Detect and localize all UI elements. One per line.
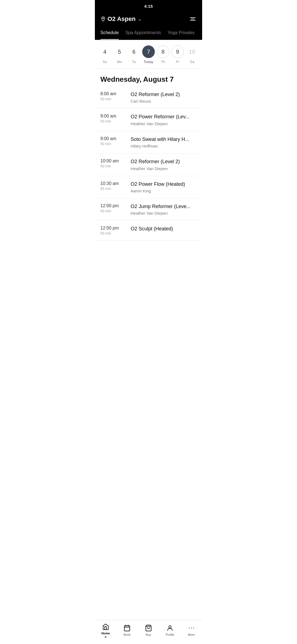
calendar-day-4[interactable]: 4 Su <box>98 45 111 64</box>
class-name-1: O2 Power Reformer (Lev... <box>131 114 197 120</box>
class-info-3: O2 Reformer (Level 2) Heather Van Diepen <box>131 159 197 171</box>
day-label-sa: Sa <box>190 60 194 64</box>
day-number-4: 4 <box>98 45 111 58</box>
date-heading: Wednesday, August 7 <box>95 69 202 86</box>
class-item-2[interactable]: 9:00 am 50 min Soto Sweat with Hilary H.… <box>95 131 202 154</box>
filter-line-1 <box>190 17 196 18</box>
time-block-1: 9:00 am 50 min <box>100 114 131 123</box>
time-block-5: 12:00 pm 50 min <box>100 203 131 213</box>
class-time-2: 9:00 am <box>100 136 131 141</box>
class-info-4: O2 Power Flow (Heated) Aaron King <box>131 181 197 193</box>
class-duration-6: 50 min <box>100 231 131 235</box>
day-number-6: 6 <box>128 45 140 58</box>
day-number-8: 8 <box>157 45 169 58</box>
day-label-su: Su <box>103 60 107 64</box>
class-item-1[interactable]: 9:00 am 50 min O2 Power Reformer (Lev...… <box>95 109 202 131</box>
class-name-2: Soto Sweat with Hilary H... <box>131 136 197 143</box>
class-duration-3: 50 min <box>100 164 131 168</box>
class-duration-2: 50 min <box>100 142 131 146</box>
class-duration-0: 50 min <box>100 97 131 101</box>
calendar-day-5[interactable]: 5 Mo <box>113 45 126 64</box>
class-name-3: O2 Reformer (Level 2) <box>131 159 197 165</box>
class-duration-5: 50 min <box>100 209 131 213</box>
class-item-5[interactable]: 12:00 pm 50 min O2 Jump Reformer (Leve..… <box>95 198 202 221</box>
time-block-4: 10:30 am 65 min <box>100 181 131 191</box>
class-instructor-4: Aaron King <box>131 189 197 193</box>
time-block-0: 8:00 am 50 min <box>100 91 131 101</box>
class-instructor-1: Heather Van Diepen <box>131 121 197 126</box>
schedule-list: 8:00 am 50 min O2 Reformer (Level 2) Car… <box>95 86 202 268</box>
filter-line-2 <box>191 19 195 19</box>
day-number-7: 7 <box>142 45 155 58</box>
class-time-1: 9:00 am <box>100 114 131 119</box>
day-number-5: 5 <box>113 45 126 58</box>
class-time-4: 10:30 am <box>100 181 131 186</box>
status-bar: 4:15 <box>95 0 202 12</box>
class-item-4[interactable]: 10:30 am 65 min O2 Power Flow (Heated) A… <box>95 176 202 198</box>
class-duration-1: 50 min <box>100 119 131 123</box>
time-block-6: 12:00 pm 50 min <box>100 226 131 235</box>
class-info-2: Soto Sweat with Hilary H... Hilary Hoffm… <box>131 136 197 148</box>
tab-schedule[interactable]: Schedule <box>100 26 119 40</box>
day-label-th: Th <box>161 60 165 64</box>
calendar-day-7[interactable]: 7 Today <box>142 45 155 64</box>
class-info-1: O2 Power Reformer (Lev... Heather Van Di… <box>131 114 197 126</box>
day-label-fr: Fr <box>176 60 179 64</box>
class-info-6: O2 Sculpt (Heated) <box>131 226 197 233</box>
calendar-day-9[interactable]: 9 Fr <box>171 45 184 64</box>
status-time: 4:15 <box>144 4 153 9</box>
svg-point-0 <box>103 18 104 19</box>
class-instructor-0: Cari Reuss <box>131 99 197 103</box>
class-time-5: 12:00 pm <box>100 203 131 208</box>
nav-tabs: Schedule Spa Appointments Yoga Privates <box>95 26 202 40</box>
filter-button[interactable] <box>189 16 197 22</box>
class-name-5: O2 Jump Reformer (Leve... <box>131 203 197 210</box>
calendar-day-8[interactable]: 8 Th <box>156 45 170 64</box>
calendar-strip: 4 Su 5 Mo 6 Tu 7 Today 8 Th 9 Fr 10 Sa <box>95 40 202 69</box>
location-selector[interactable]: O2 Aspen ⌄ <box>100 15 141 23</box>
day-label-mo: Mo <box>117 60 122 64</box>
location-name: O2 Aspen <box>108 15 136 23</box>
time-block-3: 10:00 am 50 min <box>100 159 131 168</box>
class-name-6: O2 Sculpt (Heated) <box>131 226 197 232</box>
class-name-0: O2 Reformer (Level 2) <box>131 91 197 98</box>
day-label-tu: Tu <box>132 60 136 64</box>
app-header: O2 Aspen ⌄ <box>95 12 202 26</box>
chevron-down-icon: ⌄ <box>138 17 141 22</box>
class-time-6: 12:00 pm <box>100 226 131 231</box>
class-time-3: 10:00 am <box>100 159 131 163</box>
filter-line-3 <box>190 20 196 21</box>
location-icon <box>100 16 106 22</box>
class-name-4: O2 Power Flow (Heated) <box>131 181 197 187</box>
tab-spa-appointments[interactable]: Spa Appointments <box>125 26 161 40</box>
class-item-6[interactable]: 12:00 pm 50 min O2 Sculpt (Heated) <box>95 221 202 241</box>
class-item-0[interactable]: 8:00 am 50 min O2 Reformer (Level 2) Car… <box>95 86 202 109</box>
time-block-2: 9:00 am 50 min <box>100 136 131 146</box>
class-instructor-3: Heather Van Diepen <box>131 166 197 171</box>
day-number-10: 10 <box>186 45 198 58</box>
calendar-day-10[interactable]: 10 Sa <box>185 45 199 64</box>
class-time-0: 8:00 am <box>100 91 131 96</box>
class-duration-4: 65 min <box>100 187 131 191</box>
day-number-9: 9 <box>171 45 184 58</box>
tab-yoga-privates[interactable]: Yoga Privates <box>168 26 195 40</box>
class-info-0: O2 Reformer (Level 2) Cari Reuss <box>131 91 197 103</box>
class-item-3[interactable]: 10:00 am 50 min O2 Reformer (Level 2) He… <box>95 154 202 176</box>
class-instructor-2: Hilary Hoffman <box>131 144 197 148</box>
day-label-today: Today <box>144 60 153 64</box>
class-info-5: O2 Jump Reformer (Leve... Heather Van Di… <box>131 203 197 215</box>
class-instructor-5: Heather Van Diepen <box>131 211 197 215</box>
calendar-day-6[interactable]: 6 Tu <box>127 45 141 64</box>
